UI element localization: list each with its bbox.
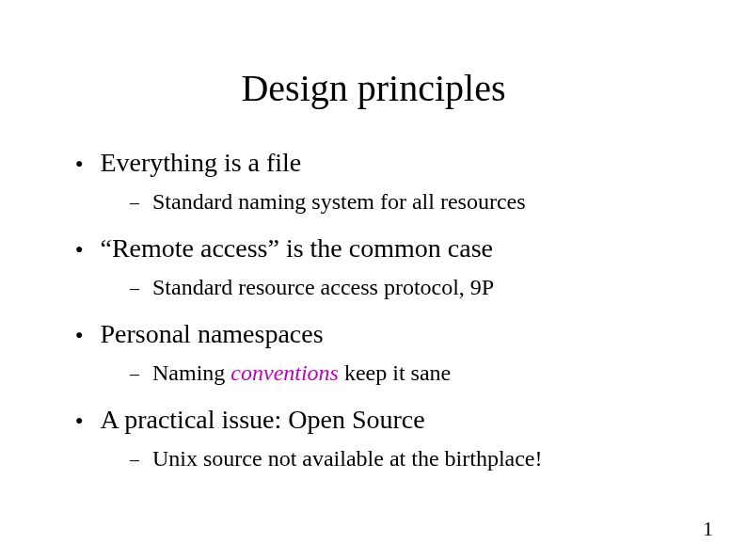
list-item: ● “Remote access” is the common case	[75, 233, 691, 264]
dash-icon: –	[130, 449, 139, 471]
sub-list-item-text: Unix source not available at the birthpl…	[152, 446, 543, 472]
bullet-icon: ●	[75, 328, 83, 342]
slide-content: ● Everything is a file – Standard naming…	[56, 148, 691, 472]
sub-list-item: – Standard naming system for all resourc…	[130, 189, 691, 215]
sub-list-item: – Unix source not available at the birth…	[130, 446, 691, 472]
bullet-icon: ●	[75, 243, 83, 256]
dash-icon: –	[130, 278, 139, 299]
slide: Design principles ● Everything is a file…	[0, 0, 747, 560]
sub-list-item: – Standard resource access protocol, 9P	[130, 275, 691, 300]
sub-list-item: – Naming conventions keep it sane	[130, 360, 691, 386]
sub-list-item-text: Standard naming system for all resources	[152, 189, 526, 215]
slide-title: Design principles	[56, 66, 691, 110]
list-item-text: Everything is a file	[100, 148, 301, 178]
page-number: 1	[703, 517, 713, 541]
sub-list-item-text: Standard resource access protocol, 9P	[152, 275, 494, 300]
list-item-text: Personal namespaces	[100, 319, 323, 349]
list-item: ● Personal namespaces	[75, 319, 691, 349]
dash-icon: –	[130, 363, 139, 385]
sub-list-item-text: Naming conventions keep it sane	[152, 360, 451, 386]
bullet-icon: ●	[75, 414, 83, 427]
bullet-icon: ●	[75, 157, 83, 170]
list-item: ● A practical issue: Open Source	[75, 405, 691, 435]
list-item-text: A practical issue: Open Source	[100, 405, 424, 435]
dash-icon: –	[130, 192, 139, 214]
list-item-text: “Remote access” is the common case	[100, 233, 493, 264]
list-item: ● Everything is a file	[75, 148, 691, 178]
